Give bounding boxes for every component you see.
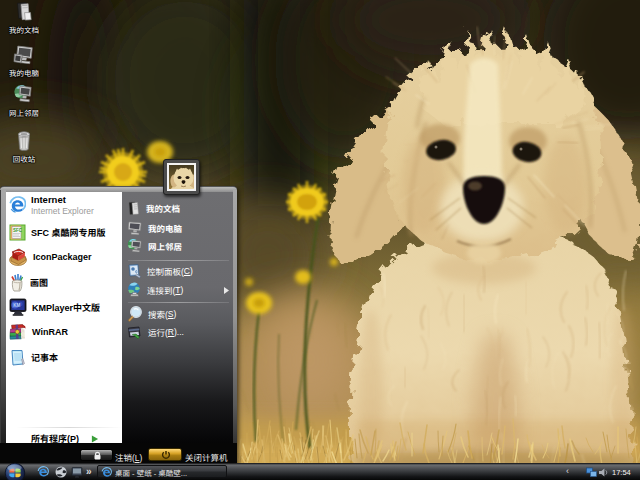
svg-text:KM: KM <box>13 303 20 308</box>
svg-text:SFC: SFC <box>13 228 23 233</box>
